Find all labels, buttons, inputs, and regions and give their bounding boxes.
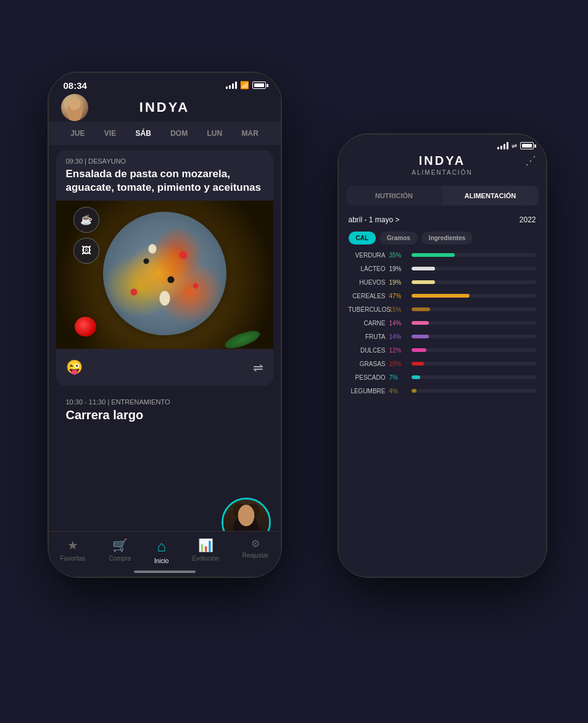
right-subtitle: ALIMENTACIÓN (349, 169, 536, 176)
wifi-icon-right: ⇌ (511, 142, 517, 150)
bar-fill (412, 294, 470, 298)
training-title: Carrera largo (66, 408, 263, 422)
bar-track (412, 335, 536, 338)
food-pct: 35% (389, 252, 408, 259)
food-pct: 7% (389, 374, 408, 381)
status-bar-left: 08:34 📶 (49, 73, 281, 96)
tab-alimentacion[interactable]: ALIMENTACIÓN (442, 186, 539, 206)
day-tue[interactable]: MAR (238, 128, 262, 139)
nav-evolucion[interactable]: 📊 Evolución (192, 538, 218, 564)
date-row: abril - 1 mayo > 2022 (339, 211, 546, 229)
food-label: HUEVOS (349, 279, 386, 286)
food-pct: 14% (389, 320, 408, 327)
bottom-nav: ★ Favoritas 🛒 Compra ⌂ Inicio 📊 Evolució… (49, 531, 281, 577)
bar-track (412, 253, 536, 257)
tab-nutricion[interactable]: NUTRICIÓN (346, 186, 442, 206)
food-label: PESCADO (349, 374, 386, 381)
bar-track (412, 294, 536, 298)
meal-title: Ensalada de pasta con mozarela, aguacate… (56, 167, 273, 201)
nav-reajustar[interactable]: ⚙ Reajustar (242, 538, 269, 564)
meal-footer: 😜 ⇌ (56, 349, 273, 386)
food-row: PESCADO7% (349, 374, 536, 381)
food-label: LÁCTEO (349, 265, 386, 272)
nav-label-evolucion: Evolución (192, 555, 218, 562)
app-header: INDYA (49, 96, 281, 122)
food-row: FRUTA14% (349, 333, 536, 340)
home-indicator (134, 570, 196, 573)
filter-ingredientes[interactable]: Ingredientes (421, 232, 473, 244)
bar-fill (412, 335, 429, 338)
share-button[interactable]: ⋰ (525, 154, 536, 167)
food-row: HUEVOS19% (349, 279, 536, 286)
day-mon[interactable]: LUN (204, 128, 226, 139)
food-label: CARNE (349, 320, 386, 327)
wifi-icon: 📶 (240, 81, 249, 90)
nav-favoritas[interactable]: ★ Favoritas (60, 538, 85, 564)
phone-left: 08:34 📶 INDYA (48, 72, 282, 578)
bar-track (412, 362, 536, 366)
food-pct: 47% (389, 293, 408, 299)
bar-fill (412, 267, 435, 270)
food-pct: 19% (389, 265, 408, 272)
image-icon-btn[interactable]: 🖼 (73, 238, 99, 264)
action-icons: ☕ 🖼 (73, 207, 99, 264)
nav-compra[interactable]: 🛒 Compra (109, 538, 131, 564)
day-fri[interactable]: VIE (101, 128, 120, 139)
date-range[interactable]: abril - 1 mayo > (349, 215, 400, 224)
mood-button[interactable]: 😜 (66, 359, 83, 375)
scene: 08:34 📶 INDYA (17, 22, 572, 701)
food-row: VERDURA35% (349, 252, 536, 259)
status-bar-right: ⇌ (339, 135, 546, 154)
avatar[interactable] (61, 94, 88, 121)
food-row: CEREALES47% (349, 293, 536, 299)
phone-right: ⇌ INDYA ALIMENTACIÓN ⋰ NUTRICIÓN ALIMENT… (337, 133, 547, 578)
filter-gramos[interactable]: Gramos (379, 232, 418, 244)
bar-fill (412, 362, 424, 366)
bar-fill (412, 389, 416, 393)
meal-card: 09:30 | DESAYUNO Ensalada de pasta con m… (56, 150, 273, 386)
coffee-icon-btn[interactable]: ☕ (73, 207, 99, 233)
bar-fill (412, 253, 455, 257)
food-pct: 15% (389, 306, 408, 313)
day-thu[interactable]: JUE (67, 128, 88, 139)
bar-fill (412, 307, 430, 311)
bar-track (412, 375, 536, 379)
food-label: FRUTA (349, 333, 386, 340)
food-row: TUBÉRCULOS15% (349, 306, 536, 313)
food-pct: 4% (389, 388, 408, 395)
food-row: CARNE14% (349, 320, 536, 327)
day-sun[interactable]: DOM (167, 128, 191, 139)
bar-track (412, 348, 536, 352)
bar-fill (412, 280, 435, 284)
filter-cal[interactable]: CAL (349, 232, 376, 244)
bar-track (412, 389, 536, 393)
shuffle-button[interactable]: ⇌ (253, 360, 263, 375)
cart-icon: 🛒 (112, 538, 128, 553)
nav-label-inicio: Inicio (154, 558, 168, 564)
nav-inicio[interactable]: ⌂ Inicio (154, 538, 168, 564)
bar-fill (412, 375, 420, 379)
bar-track (412, 321, 536, 325)
nav-label-favoritas: Favoritas (60, 555, 85, 562)
food-row: GRASAS10% (349, 361, 536, 367)
right-header: INDYA ALIMENTACIÓN ⋰ (339, 154, 546, 181)
day-sat[interactable]: SÁB (132, 128, 155, 139)
food-label: DULCES (349, 347, 386, 354)
bar-track (412, 280, 536, 284)
training-time: 10:30 - 11:30 | ENTRENAMIENTO (66, 398, 263, 406)
chart-icon: 📊 (198, 538, 213, 553)
year-display: 2022 (520, 215, 536, 224)
signal-icon (226, 81, 237, 89)
battery-icon-right (520, 142, 534, 149)
food-bars-container: VERDURA35%LÁCTEO19%HUEVOS19%CEREALES47%T… (339, 249, 546, 404)
food-row: LEGUMBRE4% (349, 388, 536, 395)
food-label: LEGUMBRE (349, 388, 386, 395)
bar-track (412, 267, 536, 270)
status-icons: 📶 (226, 81, 266, 90)
bar-fill (412, 321, 429, 325)
meal-image: ☕ 🖼 (56, 201, 273, 349)
leaf (223, 327, 262, 349)
nav-label-compra: Compra (109, 555, 131, 562)
meal-time: 09:30 | DESAYUNO (56, 150, 273, 167)
training-card: 10:30 - 11:30 | ENTRENAMIENTO Carrera la… (56, 391, 273, 430)
